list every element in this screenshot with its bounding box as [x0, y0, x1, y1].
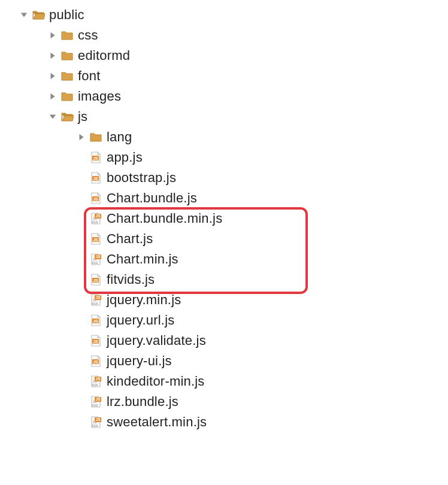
js-minified-file-icon — [89, 395, 103, 409]
tree-folder[interactable]: font — [0, 66, 448, 86]
folder-icon — [89, 130, 103, 144]
folder-open-icon — [31, 8, 46, 22]
disclosure-right-icon[interactable] — [75, 131, 87, 143]
tree-item-label: public — [49, 7, 84, 23]
js-file-icon — [89, 171, 103, 185]
tree-item-label: Chart.bundle.js — [107, 190, 197, 206]
tree-item-label: Chart.js — [107, 231, 153, 247]
js-file-icon — [89, 272, 103, 287]
tree-item-label: lrz.bundle.js — [107, 394, 178, 410]
disclosure-down-icon[interactable] — [47, 111, 59, 123]
tree-item-label: css — [78, 28, 98, 43]
disclosure-right-icon[interactable] — [47, 90, 59, 102]
js-file-icon — [89, 334, 103, 348]
js-minified-file-icon — [89, 252, 103, 266]
tree-file[interactable]: kindeditor-min.js — [0, 371, 448, 392]
js-file-icon — [89, 191, 103, 205]
disclosure-right-icon[interactable] — [47, 70, 59, 82]
tree-file[interactable]: jquery.url.js — [0, 310, 448, 331]
folder-icon — [60, 48, 74, 63]
js-file-icon — [89, 150, 103, 165]
tree-item-label: sweetalert.min.js — [107, 414, 207, 430]
tree-file[interactable]: Chart.min.js — [0, 249, 448, 269]
tree-folder[interactable]: css — [0, 25, 448, 46]
file-tree: publiccsseditormdfontimagesjslangapp.jsb… — [0, 5, 448, 432]
js-file-icon — [89, 354, 103, 368]
tree-item-label: images — [78, 89, 121, 104]
tree-file[interactable]: bootstrap.js — [0, 168, 448, 188]
tree-folder[interactable]: public — [0, 5, 448, 25]
tree-item-label: jquery.validate.js — [107, 333, 206, 348]
tree-item-label: lang — [107, 129, 132, 145]
tree-folder[interactable]: images — [0, 86, 448, 107]
js-minified-file-icon — [89, 374, 103, 389]
tree-folder[interactable]: lang — [0, 127, 448, 147]
js-file-icon — [89, 313, 103, 328]
tree-item-label: kindeditor-min.js — [107, 374, 205, 389]
tree-file[interactable]: Chart.js — [0, 229, 448, 249]
tree-file[interactable]: jquery.validate.js — [0, 331, 448, 351]
folder-icon — [60, 69, 74, 83]
tree-item-label: font — [78, 68, 101, 84]
tree-file[interactable]: sweetalert.min.js — [0, 412, 448, 432]
tree-file[interactable]: fitvids.js — [0, 269, 448, 290]
disclosure-right-icon[interactable] — [47, 50, 59, 62]
tree-file[interactable]: lrz.bundle.js — [0, 392, 448, 412]
folder-open-icon — [60, 110, 74, 124]
tree-item-label: jquery-ui.js — [107, 353, 172, 369]
tree-item-label: jquery.min.js — [107, 292, 181, 308]
tree-folder[interactable]: editormd — [0, 46, 448, 66]
tree-item-label: Chart.bundle.min.js — [107, 211, 222, 226]
tree-item-label: jquery.url.js — [107, 313, 174, 328]
tree-item-label: editormd — [78, 48, 130, 63]
tree-file[interactable]: app.js — [0, 147, 448, 168]
tree-file[interactable]: Chart.bundle.min.js — [0, 208, 448, 229]
tree-file[interactable]: jquery.min.js — [0, 290, 448, 310]
disclosure-down-icon[interactable] — [18, 9, 30, 21]
js-minified-file-icon — [89, 293, 103, 307]
tree-folder[interactable]: js — [0, 107, 448, 127]
tree-file[interactable]: jquery-ui.js — [0, 351, 448, 371]
folder-icon — [60, 28, 74, 43]
tree-item-label: app.js — [107, 150, 143, 165]
js-minified-file-icon — [89, 415, 103, 429]
disclosure-right-icon[interactable] — [47, 29, 59, 41]
folder-icon — [60, 89, 74, 104]
tree-item-label: js — [78, 109, 87, 125]
tree-item-label: Chart.min.js — [107, 251, 178, 267]
js-file-icon — [89, 232, 103, 246]
tree-item-label: bootstrap.js — [107, 170, 176, 186]
tree-item-label: fitvids.js — [107, 272, 155, 287]
tree-file[interactable]: Chart.bundle.js — [0, 188, 448, 208]
js-minified-file-icon — [89, 211, 103, 226]
